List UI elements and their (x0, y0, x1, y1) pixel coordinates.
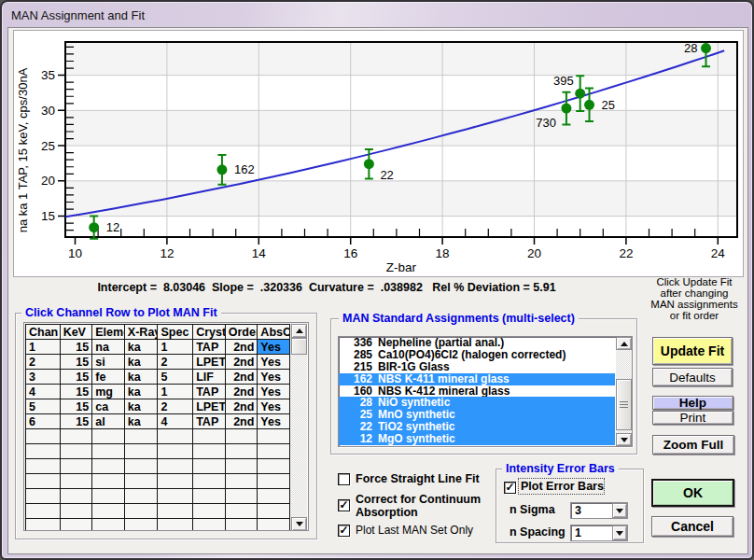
table-cell[interactable] (193, 474, 226, 489)
defaults-button[interactable]: Defaults (652, 368, 733, 386)
table-cell[interactable]: 2nd (225, 399, 258, 414)
table-cell[interactable]: 5 (26, 399, 61, 414)
ok-button[interactable]: OK (651, 479, 734, 507)
table-cell[interactable]: 15 (60, 370, 92, 385)
table-cell[interactable]: mg (92, 385, 125, 399)
table-cell[interactable]: al (92, 414, 125, 429)
table-cell[interactable] (158, 459, 193, 474)
table-cell[interactable]: TAP (193, 340, 226, 355)
standard-list-item[interactable]: 215BIR-1G Glass (339, 361, 615, 373)
table-cell[interactable] (60, 489, 92, 504)
table-cell[interactable] (26, 474, 61, 489)
table-cell[interactable]: ka (124, 385, 158, 399)
table-cell[interactable]: LPET (193, 399, 226, 414)
table-row[interactable]: 115naka1TAP2ndYes (26, 340, 290, 355)
table-cell[interactable] (225, 474, 258, 489)
table-cell[interactable]: 6 (26, 414, 61, 429)
n-spacing-dropdown[interactable]: 1 (570, 525, 628, 541)
channel-table-scrollbar[interactable] (291, 324, 307, 531)
table-cell[interactable] (225, 429, 258, 444)
table-cell[interactable] (60, 429, 92, 444)
scroll-down-button[interactable] (291, 517, 307, 531)
table-cell[interactable]: 2nd (225, 340, 258, 355)
scroll-down-button[interactable] (616, 433, 632, 446)
table-cell[interactable] (258, 444, 290, 459)
table-row-empty[interactable] (26, 504, 290, 519)
table-cell[interactable]: 2 (158, 399, 193, 414)
table-cell[interactable] (193, 504, 226, 519)
table-cell[interactable] (124, 459, 158, 474)
table-cell[interactable]: 2 (158, 355, 193, 370)
correct-continuum-checkbox[interactable]: ✓ (338, 499, 350, 511)
table-cell[interactable] (26, 504, 61, 519)
scrollbar-thumb[interactable] (291, 338, 307, 355)
channel-grid[interactable]: ChanKeVElementX-RaySpecCrystalOrderAbsCo… (23, 322, 309, 531)
zoom-full-button[interactable]: Zoom Full (652, 435, 734, 455)
table-cell[interactable] (225, 489, 258, 504)
table-cell[interactable] (60, 504, 92, 519)
table-cell[interactable]: na (92, 340, 125, 355)
table-cell[interactable] (258, 474, 290, 489)
update-fit-button[interactable]: Update Fit (652, 337, 733, 365)
table-cell[interactable]: 15 (60, 355, 92, 370)
standard-list-item[interactable]: 12MgO synthetic (339, 433, 615, 445)
table-cell[interactable]: Yes (258, 414, 290, 429)
table-cell[interactable] (158, 474, 193, 489)
table-cell[interactable] (92, 519, 125, 532)
table-row-empty[interactable] (26, 474, 290, 489)
table-cell[interactable] (124, 444, 158, 459)
table-cell[interactable]: 4 (158, 414, 193, 429)
standards-listbox[interactable]: 336Nepheline (partial anal.)285Ca10(PO4)… (338, 336, 633, 447)
table-cell[interactable] (225, 504, 258, 519)
table-row[interactable]: 315feka5LIF2ndYes (26, 370, 290, 385)
table-row[interactable]: 515caka2LPET2ndYes (26, 399, 290, 414)
table-cell[interactable] (158, 519, 193, 532)
table-cell[interactable] (60, 459, 92, 474)
table-cell[interactable] (124, 429, 158, 444)
table-cell[interactable] (92, 504, 125, 519)
table-cell[interactable]: 1 (26, 340, 61, 355)
table-cell[interactable] (26, 429, 61, 444)
table-cell[interactable]: 2nd (225, 414, 258, 429)
table-cell[interactable]: ka (124, 414, 158, 429)
table-cell[interactable] (26, 519, 61, 532)
table-cell[interactable]: 2nd (225, 370, 258, 385)
table-cell[interactable]: 3 (26, 370, 61, 385)
table-cell[interactable]: TAP (193, 385, 226, 399)
table-cell[interactable] (258, 459, 290, 474)
table-cell[interactable] (193, 444, 226, 459)
table-cell[interactable]: 2nd (225, 385, 258, 399)
table-cell[interactable] (258, 429, 290, 444)
table-cell[interactable] (92, 489, 125, 504)
table-cell[interactable] (258, 504, 290, 519)
standard-list-item[interactable]: 285Ca10(PO4)6Cl2 (halogen corrected) (339, 349, 615, 361)
standard-list-item[interactable]: 336Nepheline (partial anal.) (339, 337, 615, 349)
scroll-up-button[interactable] (291, 324, 307, 338)
table-cell[interactable] (92, 444, 125, 459)
table-cell[interactable]: 2nd (225, 355, 258, 370)
table-cell[interactable]: TAP (193, 414, 226, 429)
table-cell[interactable] (258, 519, 290, 532)
table-cell[interactable] (124, 504, 158, 519)
n-sigma-dropdown[interactable]: 3 (570, 502, 628, 519)
table-cell[interactable]: 5 (158, 370, 193, 385)
table-cell[interactable]: Yes (258, 340, 290, 355)
table-row-empty[interactable] (26, 429, 290, 444)
table-cell[interactable]: 1 (158, 385, 193, 399)
table-cell[interactable] (225, 444, 258, 459)
table-cell[interactable] (124, 519, 158, 532)
table-cell[interactable] (158, 429, 193, 444)
table-cell[interactable] (158, 444, 193, 459)
table-cell[interactable] (158, 504, 193, 519)
table-row-empty[interactable] (26, 444, 290, 459)
table-row[interactable]: 215sika2LPET2ndYes (26, 355, 290, 370)
standard-list-item[interactable]: 28NiO synthetic (339, 397, 615, 409)
table-cell[interactable] (124, 489, 158, 504)
scrollbar-thumb[interactable] (616, 379, 632, 430)
table-cell[interactable] (193, 489, 226, 504)
cancel-button[interactable]: Cancel (651, 516, 733, 537)
standard-list-item[interactable]: 162NBS K-411 mineral glass (339, 373, 615, 385)
table-cell[interactable] (92, 429, 125, 444)
channel-table[interactable]: ChanKeVElementX-RaySpecCrystalOrderAbsCo… (25, 324, 290, 531)
table-cell[interactable]: ka (124, 355, 158, 370)
